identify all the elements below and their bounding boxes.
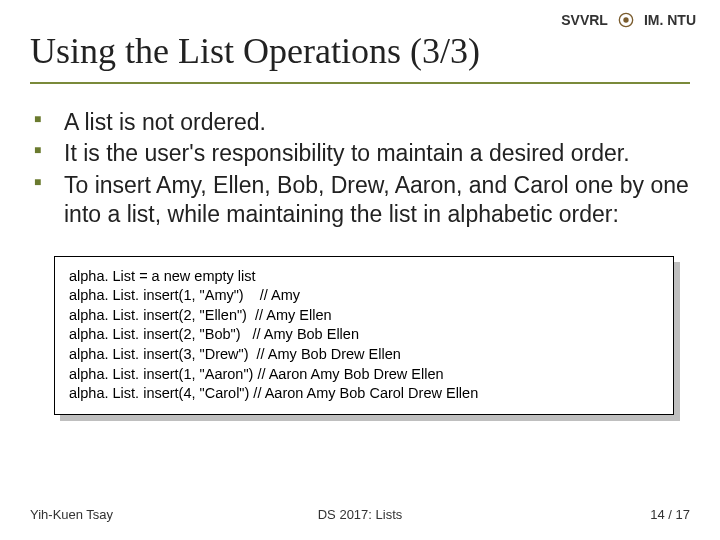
bullet-list: A list is not ordered. It is the user's …	[30, 108, 690, 230]
list-item: A list is not ordered.	[64, 108, 690, 137]
slide: SVVRL IM. NTU Using the List Operations …	[0, 0, 720, 540]
footer-course: DS 2017: Lists	[318, 507, 403, 522]
header-org-left: SVVRL	[561, 12, 608, 28]
footer-page: 14 / 17	[650, 507, 690, 522]
page-title: Using the List Operations (3/3)	[30, 30, 690, 84]
list-item: It is the user's responsibility to maint…	[64, 139, 690, 168]
footer-author: Yih-Kuen Tsay	[30, 507, 113, 522]
list-item: To insert Amy, Ellen, Bob, Drew, Aaron, …	[64, 171, 690, 230]
ntu-logo-icon	[618, 12, 634, 28]
header-org: SVVRL IM. NTU	[561, 12, 696, 28]
header-org-right: IM. NTU	[644, 12, 696, 28]
code-content: alpha. List = a new empty list alpha. Li…	[54, 256, 674, 415]
code-block: alpha. List = a new empty list alpha. Li…	[54, 256, 674, 415]
svg-point-1	[623, 17, 628, 22]
footer: Yih-Kuen Tsay DS 2017: Lists 14 / 17	[30, 507, 690, 522]
